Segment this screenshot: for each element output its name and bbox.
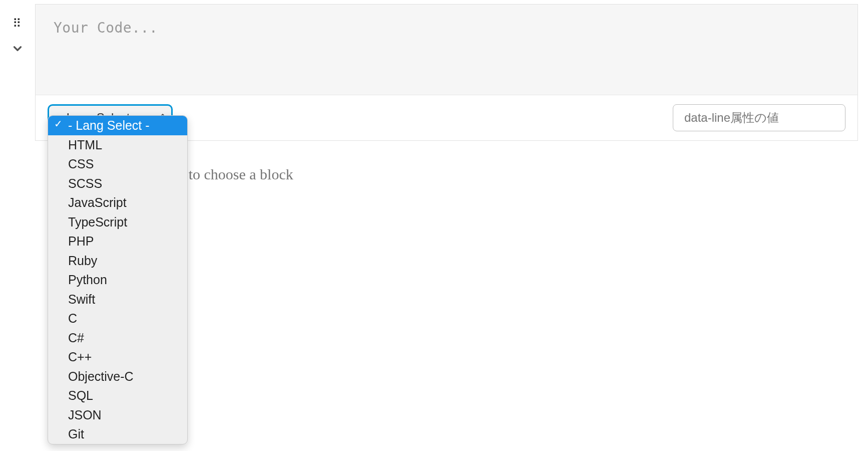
new-block-hint[interactable]: ype / to choose a block: [155, 166, 868, 183]
lang-option-c[interactable]: C: [48, 309, 187, 328]
lang-option-php[interactable]: PHP: [48, 232, 187, 251]
code-placeholder-text: Your Code...: [54, 20, 158, 36]
lang-option-objc[interactable]: Objective-C: [48, 367, 187, 386]
lang-option-git[interactable]: Git: [48, 424, 187, 444]
code-block-toolbar: - Lang Select - - Lang Select - HTML CSS…: [36, 95, 857, 140]
lang-option-python[interactable]: Python: [48, 270, 187, 290]
data-line-input[interactable]: [673, 104, 845, 131]
lang-option-javascript[interactable]: JavaScript: [48, 193, 187, 212]
lang-option-typescript[interactable]: TypeScript: [48, 212, 187, 232]
editor-wrapper: ⠿ Your Code... - Lang Select -: [0, 0, 868, 141]
lang-option-sql[interactable]: SQL: [48, 386, 187, 405]
lang-option-html[interactable]: HTML: [48, 135, 187, 155]
chevron-down-icon[interactable]: [11, 42, 24, 57]
lang-select-wrapper: - Lang Select - - Lang Select - HTML CSS…: [48, 104, 173, 131]
lang-select-dropdown: - Lang Select - HTML CSS SCSS JavaScript…: [48, 115, 188, 444]
drag-handle-icon[interactable]: ⠿: [13, 20, 23, 27]
code-block: Your Code... - Lang Select - - Lang Sele…: [35, 4, 858, 141]
lang-option-json[interactable]: JSON: [48, 405, 187, 425]
lang-option-scss[interactable]: SCSS: [48, 174, 187, 193]
code-input-area[interactable]: Your Code...: [36, 5, 857, 95]
block-side-controls: ⠿: [0, 0, 35, 57]
lang-option-css[interactable]: CSS: [48, 154, 187, 174]
lang-option-ruby[interactable]: Ruby: [48, 251, 187, 271]
lang-option-swift[interactable]: Swift: [48, 290, 187, 309]
lang-option-csharp[interactable]: C#: [48, 328, 187, 348]
lang-option-cpp[interactable]: C++: [48, 347, 187, 367]
lang-option-placeholder[interactable]: - Lang Select -: [48, 116, 187, 135]
